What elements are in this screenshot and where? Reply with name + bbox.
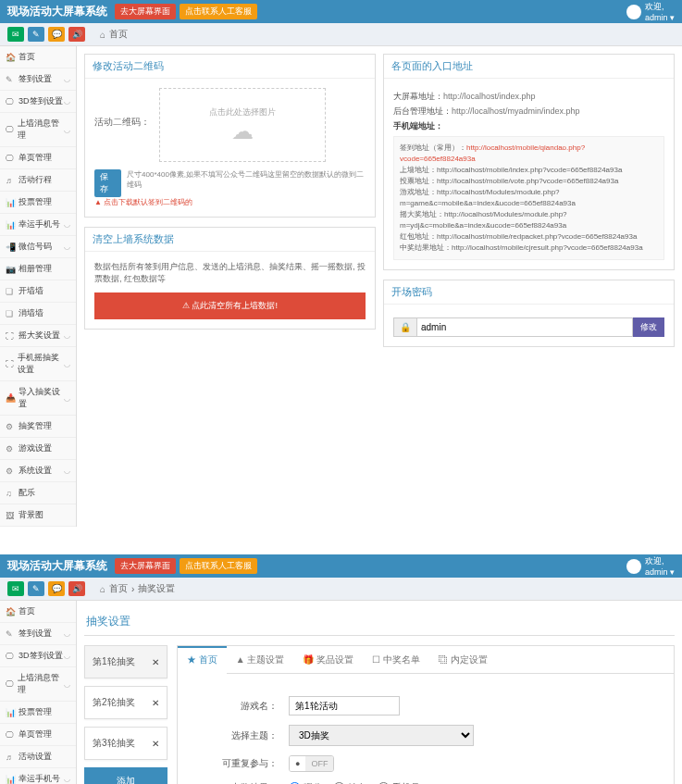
sidebar-item[interactable]: ❏开墙墙 — [0, 280, 76, 303]
chevron-down-icon: ◡ — [64, 126, 70, 134]
sound-icon[interactable]: 🔊 — [68, 581, 85, 596]
topbar: 现场活动大屏幕系统 去大屏幕界面 点击联系人工客服 欢迎,admin ▾ — [0, 554, 682, 578]
sidebar-item[interactable]: 📥导入抽奖设置◡ — [0, 381, 76, 416]
round-item[interactable]: 第2轮抽奖 ✕ — [84, 686, 167, 719]
sidebar-item[interactable]: 📊幸运手机号◡ — [0, 768, 76, 784]
theme-select[interactable]: 3D抽奖 — [289, 725, 474, 746]
sidebar-item[interactable]: ⚙系统设置◡ — [0, 460, 76, 482]
sidebar-item[interactable]: ✎签到设置◡ — [0, 623, 76, 645]
wechat-icon[interactable]: ✉ — [7, 27, 24, 42]
url-bigscreen[interactable]: http://localhost/index.php — [443, 92, 536, 101]
sound-icon[interactable]: 🔊 — [68, 27, 85, 42]
sidebar-item[interactable]: 🏠首页 — [0, 601, 76, 623]
tab-fixed[interactable]: ⿻ 内定设置 — [429, 646, 497, 673]
sidebar-item[interactable]: 🖵单页管理 — [0, 724, 76, 746]
delete-icon[interactable]: ✕ — [152, 657, 159, 667]
save-button[interactable]: 保存 — [94, 169, 121, 197]
sidebar-label: 投票管理 — [19, 706, 52, 718]
qr-label: 活动二维码： — [94, 88, 150, 129]
settings-panel: ★ 首页 ▲ 主题设置 🎁 奖品设置 ☐ 中奖名单 ⿻ 内定设置 游戏名： 选择… — [177, 645, 675, 784]
url-result[interactable]: http://localhost/mobile/cjresult.php?vco… — [452, 243, 643, 252]
mobile-header: 手机端地址： — [393, 120, 664, 132]
sidebar-item[interactable]: ♬活动行程 — [0, 169, 76, 192]
page-title: 抽奖设置 — [84, 608, 675, 636]
sidebar-item[interactable]: ✎签到设置◡ — [0, 68, 76, 91]
bigscreen-button[interactable]: 去大屏幕界面 — [115, 4, 176, 19]
mobile-url-box: 签到地址（常用）：http://localhost/mobile/qiandao… — [393, 136, 664, 260]
clear-button[interactable]: ⚠ 点此清空所有上墙数据! — [94, 292, 366, 319]
sidebar-label: 游戏设置 — [19, 442, 52, 454]
lock-icon: 🔒 — [393, 317, 416, 337]
sidebar-item[interactable]: 🖼背景图 — [0, 504, 76, 527]
menu-icon: ⛶ — [6, 359, 14, 368]
breadcrumb-home[interactable]: 首页 — [109, 28, 128, 41]
sidebar-item[interactable]: ♫配乐 — [0, 482, 76, 504]
tab-home[interactable]: ★ 首页 — [178, 646, 227, 674]
sidebar-item[interactable]: ⛶手机摇抽奖设置◡ — [0, 347, 76, 381]
download-link[interactable]: ▲ 点击下载默认签到二维码的 — [94, 197, 366, 207]
password-input[interactable] — [416, 317, 633, 337]
contact-button[interactable]: 点击联系人工客服 — [180, 558, 257, 574]
repeat-toggle[interactable]: ●OFF — [289, 755, 334, 772]
user-menu[interactable]: 欢迎,admin ▾ — [626, 555, 675, 577]
sidebar-item[interactable]: 🖵上墙消息管理◡ — [0, 667, 76, 702]
sidebar-label: 单页管理 — [19, 152, 52, 164]
modify-button[interactable]: 修改 — [633, 317, 664, 337]
sidebar-item[interactable]: 🖵3D签到设置◡ — [0, 91, 76, 113]
sidebar-label: 导入抽奖设置 — [19, 386, 64, 410]
user-menu[interactable]: 欢迎,admin ▾ — [626, 1, 675, 22]
menu-icon: 🏠 — [6, 53, 15, 62]
menu-icon: 📊 — [6, 775, 15, 784]
app-top: 现场活动大屏幕系统 去大屏幕界面 点击联系人工客服 欢迎,admin ▾ ✉ ✎… — [0, 0, 682, 527]
sidebar-item[interactable]: 📷相册管理 — [0, 258, 76, 280]
url-wall[interactable]: http://localhost/mobile/index.php?vcode=… — [437, 166, 622, 174]
add-round-button[interactable]: 添加 — [84, 767, 167, 784]
sidebar-item[interactable]: ⚙抽奖管理 — [0, 416, 76, 438]
name-input[interactable] — [289, 696, 400, 716]
sidebar-item[interactable]: 🖵上墙消息管理◡ — [0, 113, 76, 147]
sidebar-item[interactable]: 📊幸运手机号◡ — [0, 214, 76, 236]
upload-area[interactable]: 点击此处选择图片 ☁ — [159, 88, 326, 162]
bigscreen-button[interactable]: 去大屏幕界面 — [115, 558, 176, 574]
sidebar-label: 幸运手机号 — [19, 218, 60, 230]
menu-icon: 🖵 — [6, 652, 15, 661]
sidebar-item[interactable]: 🖵单页管理 — [0, 147, 76, 169]
comment-icon[interactable]: 💬 — [48, 581, 65, 596]
sidebar-item[interactable]: 🖵3D签到设置◡ — [0, 645, 76, 667]
sidebar-item[interactable]: 📲微信号码◡ — [0, 236, 76, 258]
theme-label: 选择主题： — [196, 729, 289, 742]
sidebar-item[interactable]: 📊投票管理 — [0, 192, 76, 214]
delete-icon[interactable]: ✕ — [152, 698, 159, 708]
url-admin[interactable]: http://localhost/myadmin/index.php — [452, 106, 580, 116]
sidebar-item[interactable]: 🏠首页 — [0, 46, 76, 68]
wechat-icon[interactable]: ✉ — [7, 581, 24, 596]
contact-button[interactable]: 点击联系人工客服 — [180, 4, 257, 19]
home-icon: ⌂ — [100, 584, 105, 594]
cloud-upload-icon: ☁ — [231, 118, 254, 144]
menu-icon: 📥 — [6, 393, 15, 403]
breadcrumb-home[interactable]: 首页 — [109, 582, 128, 595]
comment-icon[interactable]: 💬 — [48, 27, 65, 42]
menu-icon: 🏠 — [6, 607, 15, 616]
tabs: ★ 首页 ▲ 主题设置 🎁 奖品设置 ☐ 中奖名单 ⿻ 内定设置 — [178, 646, 674, 674]
round-item[interactable]: 第3轮抽奖 ✕ — [84, 727, 167, 760]
chevron-down-icon: ◡ — [64, 775, 70, 783]
sidebar-label: 上墙消息管理 — [18, 672, 64, 696]
url-vote[interactable]: http://localhost/mobile/vote.php?vcode=6… — [437, 177, 618, 185]
tab-theme[interactable]: ▲ 主题设置 — [227, 646, 294, 673]
delete-icon[interactable]: ✕ — [152, 739, 159, 749]
url-redpacket[interactable]: http://localhost/mobile/redpacket.php?vc… — [437, 232, 637, 241]
edit-icon[interactable]: ✎ — [28, 27, 44, 42]
sidebar-label: 配乐 — [19, 487, 35, 499]
tab-winners[interactable]: ☐ 中奖名单 — [363, 646, 429, 673]
tab-prize[interactable]: 🎁 奖品设置 — [293, 646, 363, 673]
sidebar-item[interactable]: 📊投票管理 — [0, 702, 76, 724]
sidebar-item[interactable]: ⛶摇大奖设置◡ — [0, 325, 76, 347]
url-panel: 各页面的入口地址 大屏幕地址：http://localhost/index.ph… — [383, 54, 675, 270]
edit-icon[interactable]: ✎ — [28, 581, 44, 596]
sidebar-label: 抽奖管理 — [19, 420, 52, 432]
round-item[interactable]: 第1轮抽奖 ✕ — [84, 645, 167, 678]
sidebar-item[interactable]: ❏消墙墙 — [0, 303, 76, 325]
sidebar-item[interactable]: ⚙游戏设置 — [0, 438, 76, 460]
sidebar-item[interactable]: ♬活动设置 — [0, 746, 76, 768]
